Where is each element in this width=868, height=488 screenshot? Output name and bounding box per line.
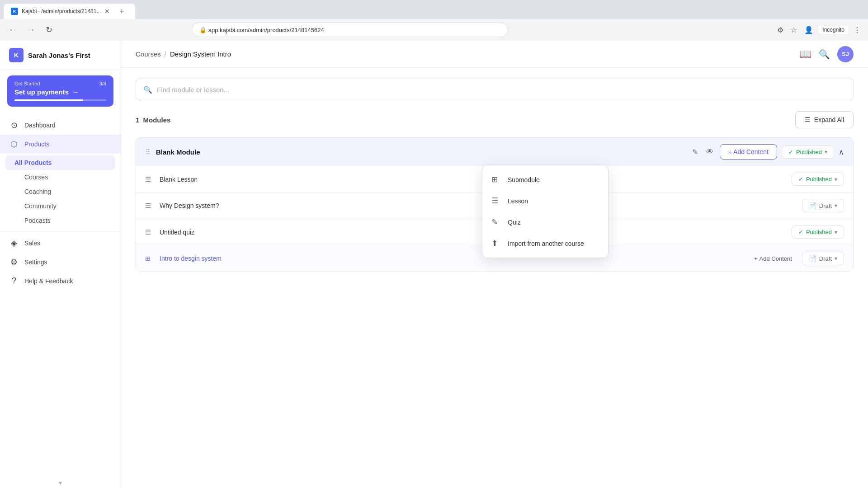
setup-progress-bar xyxy=(14,99,106,101)
bookmark-icon[interactable]: ☆ xyxy=(789,24,799,36)
sidebar-divider xyxy=(0,231,121,232)
lesson-file-icon: ☰ xyxy=(145,202,154,210)
chevron-down-icon: ▾ xyxy=(835,176,837,183)
lesson-status-button[interactable]: ✓ Published ▾ xyxy=(792,225,844,239)
lesson-name: Why Design system? xyxy=(160,202,797,209)
lesson-status-button[interactable]: 📄 Draft ▾ xyxy=(802,199,844,212)
sidebar-nav: ⊙ Dashboard ⬡ Products All Products Cour… xyxy=(0,112,121,478)
preview-button[interactable]: 👁 xyxy=(704,146,715,158)
lesson-name: Untitled quiz xyxy=(160,229,786,236)
sidebar-item-community[interactable]: Community xyxy=(0,199,121,213)
sales-icon: ◈ xyxy=(9,238,19,248)
search-bar: 🔍 xyxy=(136,79,854,100)
lesson-file-icon: ☰ xyxy=(145,175,154,183)
search-input[interactable] xyxy=(157,86,846,94)
browser-chrome: K Kajabi · /admin/products/21481... ✕ + … xyxy=(0,0,868,41)
search-bar-icon: 🔍 xyxy=(143,85,152,94)
drag-handle-icon[interactable]: ⠿ xyxy=(145,148,151,156)
tab-close-button[interactable]: ✕ xyxy=(104,8,110,15)
dropdown-item-import[interactable]: ⬆ Import from another course xyxy=(482,233,608,254)
setup-cta: Set up payments xyxy=(14,88,69,96)
collapse-button[interactable]: ∧ xyxy=(839,148,844,156)
submodule-add-content-button[interactable]: + Add Content xyxy=(749,253,797,265)
reload-button[interactable]: ↻ xyxy=(42,23,56,37)
sidebar-item-help[interactable]: ? Help & Feedback xyxy=(0,272,121,290)
sidebar-header: K Sarah Jonas's First xyxy=(0,41,121,70)
expand-all-icon: ☰ xyxy=(805,116,811,123)
check-icon: ✓ xyxy=(798,176,803,183)
submodule-icon: ⊞ xyxy=(491,175,501,184)
dropdown-item-submodule[interactable]: ⊞ Submodule xyxy=(482,169,608,190)
setup-label: Get Started xyxy=(14,81,40,86)
sidebar-item-coaching[interactable]: Coaching xyxy=(0,184,121,199)
breadcrumb-current: Design System Intro xyxy=(170,50,231,58)
extensions-icon[interactable]: ⚙ xyxy=(775,24,785,36)
sidebar-item-label: Dashboard xyxy=(24,122,56,129)
sidebar: K Sarah Jonas's First Get Started 3/4 Se… xyxy=(0,41,121,488)
sidebar-item-all-products[interactable]: All Products xyxy=(5,155,115,170)
breadcrumb-separator: / xyxy=(165,50,166,58)
dashboard-icon: ⊙ xyxy=(9,120,19,130)
submodule-name: Intro to desgin system xyxy=(160,255,743,262)
forward-button[interactable]: → xyxy=(24,23,38,37)
dropdown-item-lesson[interactable]: ☰ Lesson xyxy=(482,190,608,211)
setup-progress-label: 3/4 xyxy=(99,81,106,86)
search-icon[interactable]: 🔍 xyxy=(819,49,830,60)
module-name: Blank Module xyxy=(156,148,685,156)
edit-button[interactable]: ✎ xyxy=(690,146,700,158)
back-button[interactable]: ← xyxy=(5,23,20,37)
main-header: Courses / Design System Intro 📖 🔍 SJ xyxy=(121,41,868,68)
dropdown-item-quiz[interactable]: ✎ Quiz xyxy=(482,211,608,233)
submodule-actions: + Add Content 📄 Draft ▾ xyxy=(749,252,844,265)
sidebar-item-label: Settings xyxy=(24,258,47,266)
browser-tab[interactable]: K Kajabi · /admin/products/21481... ✕ + xyxy=(4,4,135,19)
setup-banner[interactable]: Get Started 3/4 Set up payments → xyxy=(7,75,113,107)
import-icon: ⬆ xyxy=(491,239,501,248)
book-icon[interactable]: 📖 xyxy=(799,48,811,60)
setup-progress-fill xyxy=(14,99,83,101)
products-icon: ⬡ xyxy=(9,139,19,149)
module-actions: ✎ 👁 + Add Content ✓ Published ▾ ∧ xyxy=(690,144,844,160)
expand-all-button[interactable]: ☰ Expand All xyxy=(795,111,854,128)
content-area: 🔍 1 Modules ☰ Expand All ⠿ Blank Module xyxy=(121,68,868,488)
lesson-actions: ✓ Published ▾ xyxy=(792,225,844,239)
new-tab-button[interactable]: + xyxy=(115,5,128,18)
lesson-actions: ✓ Published ▾ xyxy=(792,173,844,186)
chevron-down-icon: ▾ xyxy=(835,202,837,209)
modules-header: 1 Modules ☰ Expand All xyxy=(136,111,854,128)
add-content-dropdown: ⊞ Submodule ☰ Lesson ✎ Quiz ⬆ xyxy=(482,165,609,258)
module-status-button[interactable]: ✓ Published ▾ xyxy=(782,145,834,159)
main-content: Courses / Design System Intro 📖 🔍 SJ 🔍 1 xyxy=(121,41,868,488)
sidebar-item-label: Help & Feedback xyxy=(24,277,73,285)
chevron-down-icon: ▾ xyxy=(835,255,837,262)
sidebar-company-name: Sarah Jonas's First xyxy=(28,52,90,59)
sidebar-item-sales[interactable]: ◈ Sales xyxy=(0,234,121,253)
sidebar-item-podcasts[interactable]: Podcasts xyxy=(0,213,121,228)
module-header: ⠿ Blank Module ✎ 👁 + Add Content ✓ Publi… xyxy=(136,138,853,166)
breadcrumb: Courses / Design System Intro xyxy=(136,50,231,58)
header-actions: 📖 🔍 SJ xyxy=(799,46,854,62)
sidebar-item-label: Sales xyxy=(24,239,40,247)
address-bar[interactable]: 🔒 app.kajabi.com/admin/products/21481456… xyxy=(192,23,508,37)
chevron-down-icon: ▾ xyxy=(825,149,827,155)
sidebar-item-label: Products xyxy=(24,141,49,148)
modules-count: 1 Modules xyxy=(136,116,170,124)
sidebar-item-dashboard[interactable]: ⊙ Dashboard xyxy=(0,116,121,135)
sidebar-item-settings[interactable]: ⚙ Settings xyxy=(0,253,121,272)
sidebar-item-courses[interactable]: Courses xyxy=(0,170,121,184)
profile-icon[interactable]: 👤 xyxy=(802,24,815,36)
check-icon: ✓ xyxy=(788,149,793,155)
lesson-status-button[interactable]: ✓ Published ▾ xyxy=(792,173,844,186)
sidebar-scroll-hint: ▼ xyxy=(0,478,121,488)
tab-title: Kajabi · /admin/products/21481... xyxy=(22,8,101,14)
lesson-name: Blank Lesson xyxy=(160,176,786,183)
lesson-actions: 📄 Draft ▾ xyxy=(802,199,844,212)
add-content-button[interactable]: + Add Content xyxy=(720,144,777,160)
avatar[interactable]: SJ xyxy=(837,46,854,62)
draft-icon: 📄 xyxy=(809,255,816,262)
check-icon: ✓ xyxy=(798,229,803,235)
submodule-status-button[interactable]: 📄 Draft ▾ xyxy=(802,252,844,265)
menu-icon[interactable]: ⋮ xyxy=(852,24,863,36)
sidebar-item-products[interactable]: ⬡ Products xyxy=(0,135,121,154)
breadcrumb-parent[interactable]: Courses xyxy=(136,50,161,58)
